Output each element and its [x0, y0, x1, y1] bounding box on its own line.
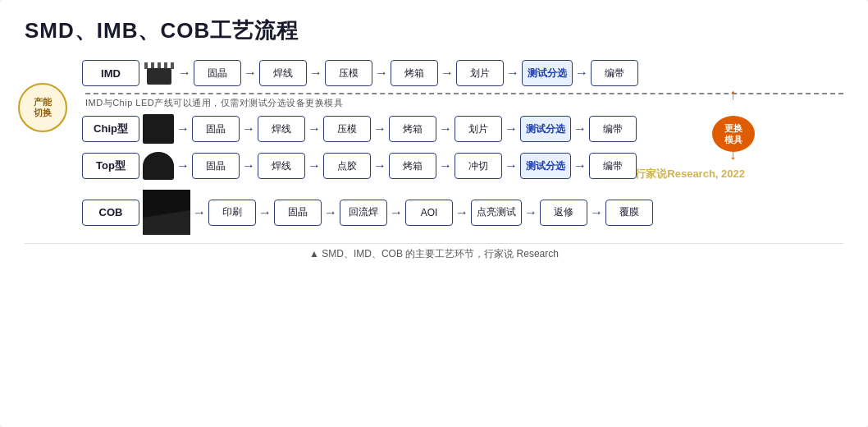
diagram-area: 产能切换 ↕ 更换模具 ↑ ↓ IMD — [25, 60, 843, 261]
arrow-5-imd — [441, 66, 454, 80]
arrow-2-cob — [258, 205, 272, 220]
arrow-6-chip — [505, 122, 518, 136]
arrow-1-top — [176, 158, 190, 173]
chip-step-4: 烤箱 — [389, 116, 436, 142]
chip-label: Chip型 — [82, 116, 139, 142]
imd-step-7: 编带 — [591, 60, 638, 86]
capacity-circle: 产能切换 — [18, 83, 67, 132]
arrow-7-chip — [573, 122, 587, 136]
chip-step-6: 测试分选 — [520, 116, 571, 142]
chip-step-7: 编带 — [589, 116, 637, 142]
cob-step-5: 点亮测试 — [471, 200, 522, 226]
cob-step-1: 印刷 — [208, 200, 256, 226]
top-step-3: 点胶 — [323, 153, 371, 179]
arrow-4-chip — [373, 122, 386, 136]
orange-arrow-up: ↑ — [729, 86, 737, 103]
imd-step-1: 固晶 — [194, 60, 241, 86]
arrow-3-imd — [309, 66, 322, 80]
top-label: Top型 — [82, 153, 139, 179]
cob-step-7: 覆膜 — [605, 200, 653, 226]
arrow-7-top — [573, 158, 587, 173]
top-step-5: 冲切 — [455, 153, 502, 179]
imd-label: IMD — [82, 60, 139, 86]
arrow-4-top — [373, 158, 386, 173]
arrow-1-chip — [176, 122, 190, 136]
chip-step-1: 固晶 — [192, 116, 240, 142]
top-step-7: 编带 — [589, 153, 637, 179]
cob-step-3: 回流焊 — [340, 200, 387, 226]
rows-wrapper: 产能切换 ↕ 更换模具 ↑ ↓ IMD — [25, 60, 843, 235]
arrow-3-cob — [324, 205, 337, 220]
arrow-3-top — [308, 158, 321, 173]
arrow-3-chip — [308, 122, 321, 136]
imd-icon — [143, 62, 176, 85]
arrow-5-chip — [439, 122, 452, 136]
chip-icon — [143, 114, 174, 144]
page-title: SMD、IMB、COB工艺流程 — [25, 16, 843, 45]
cob-step-4: AOI — [405, 200, 453, 226]
arrow-2-chip — [242, 122, 255, 136]
top-step-4: 烤箱 — [389, 153, 436, 179]
imd-step-5: 划片 — [456, 60, 504, 86]
cob-inner — [143, 210, 190, 235]
imd-process-row: IMD 固晶 焊线 压模 烤箱 划片 测试分选 — [82, 60, 843, 86]
arrow-6-top — [505, 158, 518, 173]
chip-step-3: 压模 — [323, 116, 371, 142]
arrow-4-imd — [375, 66, 388, 80]
arrow-2-top — [242, 158, 255, 173]
imd-step-3: 压模 — [325, 60, 372, 86]
imd-step-2: 焊线 — [259, 60, 307, 86]
arrow-1-cob — [193, 205, 206, 220]
imd-step-6: 测试分选 — [522, 60, 573, 86]
arrow-7-cob — [590, 205, 603, 220]
top-icon — [143, 152, 174, 180]
arrow-5-top — [439, 158, 452, 173]
mold-label: 更换模具 — [712, 116, 755, 152]
arrow-6-imd — [506, 66, 519, 80]
chip-step-5: 划片 — [455, 116, 502, 142]
arrow-2-imd — [244, 66, 257, 80]
arrow-1-imd — [178, 66, 191, 80]
arrow-7-imd — [575, 66, 588, 80]
top-step-2: 焊线 — [258, 153, 305, 179]
cob-icon — [143, 190, 190, 235]
cob-step-2: 固晶 — [274, 200, 322, 226]
dashed-line-row: IMD与Chip LED产线可以通用，仅需对测试分选设备更换模具 — [25, 93, 843, 109]
arrow-4-cob — [390, 205, 403, 220]
arrow-6-cob — [524, 205, 537, 220]
arrow-5-cob — [455, 205, 468, 220]
cob-step-6: 返修 — [540, 200, 587, 226]
caption: ▲ SMD、IMD、COB 的主要工艺环节，行家说 Research — [25, 243, 843, 261]
cob-process-row: COB 印刷 固晶 回流焊 AOI 点亮测试 返修 覆膜 — [82, 190, 843, 235]
cob-label: COB — [82, 200, 139, 226]
top-step-6: 测试分选 — [520, 153, 571, 179]
slide-container: SMD、IMB、COB工艺流程 产能切换 ↕ 更换模具 ↑ ↓ IMD — [0, 0, 868, 427]
chip-step-2: 焊线 — [258, 116, 305, 142]
top-step-1: 固晶 — [192, 153, 240, 179]
imd-step-4: 烤箱 — [391, 60, 438, 86]
